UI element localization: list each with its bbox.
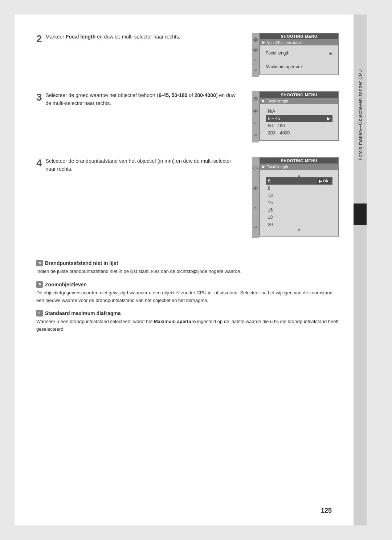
icon-menu-3: ☰ <box>253 97 258 101</box>
icon-menu: ☰ <box>253 37 258 42</box>
list-item-18: 18 <box>266 214 332 221</box>
icon-star: ⚙ <box>254 68 257 72</box>
step-4-screen: ☰ ◉ ✎ ⚙ SHOOTING MENU ▶ Focal length ▲ <box>252 157 339 238</box>
note-heading-2: Zoomobjectieven <box>45 282 87 287</box>
icon-star-3: ⚙ <box>254 133 257 137</box>
note-heading-3: Standaard maximum diafragma <box>45 310 121 316</box>
subheader-arrow-4: ▶ <box>262 164 265 169</box>
step-4-left: 4 Selecteer de brandpuntsafstand van het… <box>36 157 252 173</box>
note-title-3: 🔍 Standaard maximum diafragma <box>36 310 339 317</box>
item-arrow-focal: ▶ <box>330 51 332 55</box>
list-item-8: 8 <box>266 185 332 192</box>
subheader-arrow-3: ▶ <box>262 98 265 103</box>
page-container: 2 Markeer Focal length en duw de multi-s… <box>15 15 367 525</box>
step-3-left: 3 Selecteer de groep waartoe het objecti… <box>36 91 252 108</box>
list-label-50180: 50 – 180 <box>268 123 285 128</box>
notes-section: ✎ Brandpuntsafstand niet in lijst Indien… <box>36 260 339 333</box>
note-body-3: Wanneer u een brandpuntsafstand selectee… <box>36 318 339 333</box>
screen-wrapper-3: ☰ ◉ ✎ ⚙ SHOOTING MENU ▶ Focal length <box>252 91 339 142</box>
icon-pencil-3: ✎ <box>254 122 257 125</box>
note-body-2: De objectiefgegevens worden niet gewijzi… <box>36 289 339 305</box>
item-label-focal: Focal length <box>266 51 289 56</box>
note-body-1: Indien de juiste brandpuntsafstand niet … <box>36 268 339 275</box>
up-arrow: ▲ <box>266 173 332 177</box>
list-item-50180: 50 – 180 <box>266 122 332 129</box>
list-item-na: N/A <box>266 108 332 115</box>
icon-cam-3: ◉ <box>253 109 258 113</box>
camera-screen-2: SHOOTING MENU ▶ Non-CPU lens data Focal … <box>259 33 339 75</box>
camera-screen-4: SHOOTING MENU ▶ Focal length ▲ 6 ▶ OK 8 <box>259 157 339 237</box>
screen-wrapper-4: ☰ ◉ ✎ ⚙ SHOOTING MENU ▶ Focal length ▲ <box>252 157 339 238</box>
screen-icons-3: ☰ ◉ ✎ ⚙ <box>252 91 259 142</box>
page-number: 125 <box>321 507 332 515</box>
list-arrow-645: ▶ <box>327 116 330 121</box>
list-item-16: 16 <box>266 206 332 214</box>
step-3-text: Selecteer de groep waartoe het objectief… <box>46 91 241 108</box>
list-item-2004000: 200 – 4000 <box>266 129 332 137</box>
step-2-bold: Focal length <box>66 34 95 40</box>
step-2-text: Markeer Focal length en duw de multi-sel… <box>46 33 241 41</box>
screen-subheader-4: ▶ Focal length <box>260 164 338 170</box>
step-number-3: 3 <box>36 91 42 104</box>
screen-header-3: SHOOTING MENU <box>260 92 338 98</box>
note-title-1: ✎ Brandpuntsafstand niet in lijst <box>36 260 339 266</box>
item-label-aperture: Maximum aperture <box>266 64 302 69</box>
step-number-4: 4 <box>36 157 42 169</box>
screen-body-2: Focal length ▶ Maximum aperture <box>260 45 338 74</box>
note-title-2: ✎ Zoomobjectieven <box>36 281 339 288</box>
screen-item-aperture: Maximum aperture <box>266 63 332 71</box>
screen-wrapper-2: ☰ ◉ ✎ ⚙ SHOOTING MENU ▶ Non-CPU lens dat… <box>252 33 339 77</box>
list-item-15: 15 <box>266 199 332 206</box>
subheader-text-4: Focal length <box>266 165 288 169</box>
black-tab <box>354 203 367 225</box>
screen-icons-2: ☰ ◉ ✎ ⚙ <box>252 33 259 77</box>
sidebar-tab-text: Foto's maken—Objectieven zonder CPU <box>358 69 363 160</box>
step-4-text: Selecteer de brandpuntsafstand van het o… <box>46 157 241 173</box>
icon-pencil: ✎ <box>254 59 257 62</box>
screen-item-focal: Focal length ▶ <box>266 49 332 57</box>
main-content: 2 Markeer Focal length en duw de multi-s… <box>15 15 354 525</box>
step-2-screen: ☰ ◉ ✎ ⚙ SHOOTING MENU ▶ Non-CPU lens dat… <box>252 33 339 77</box>
step-3-bold1: 6-45, 50-180 <box>159 92 187 98</box>
icon-cam: ◉ <box>253 48 258 52</box>
step-3-screen: ☰ ◉ ✎ ⚙ SHOOTING MENU ▶ Focal length <box>252 91 339 142</box>
step-4: 4 Selecteer de brandpuntsafstand van het… <box>36 157 339 238</box>
note-icon-1: ✎ <box>36 260 43 266</box>
camera-screen-3: SHOOTING MENU ▶ Focal length N/A 6 – 45 <box>259 91 339 141</box>
step-number-2: 2 <box>36 33 42 45</box>
note-bold-3: Maximum aperture <box>154 319 196 324</box>
list-item-20: 20 <box>266 221 332 228</box>
step-3: 3 Selecteer de groep waartoe het objecti… <box>36 91 339 142</box>
subheader-text-3: Focal length <box>266 99 288 103</box>
icon-menu-4: ☰ <box>253 166 258 170</box>
note-heading-1: Brandpuntsafstand niet in lijst <box>45 260 118 266</box>
list-item-13: 13 <box>266 192 332 199</box>
list-item-6: 6 ▶ OK <box>266 177 332 185</box>
down-arrow: ▼ <box>266 228 332 232</box>
sidebar-tab: Foto's maken—Objectieven zonder CPU <box>354 15 367 525</box>
subheader-text-2: Non-CPU lens data <box>266 40 301 45</box>
screen-header-2: SHOOTING MENU <box>260 33 338 39</box>
list-label-2004000: 200 – 4000 <box>268 130 290 136</box>
note-icon-3: 🔍 <box>36 310 43 317</box>
screen-header-4: SHOOTING MENU <box>260 158 338 164</box>
screen-icons-4: ☰ ◉ ✎ ⚙ <box>252 157 259 238</box>
list-item-645: 6 – 45 ▶ <box>266 115 332 122</box>
value-6: 6 <box>268 178 270 184</box>
ok-badge: ▶ OK <box>317 179 330 184</box>
step-2-left: 2 Markeer Focal length en duw de multi-s… <box>36 33 252 45</box>
list-label-na: N/A <box>268 109 275 114</box>
icon-cam-4: ◉ <box>253 186 258 190</box>
step-3-bold2: 200-4000 <box>195 92 216 98</box>
icon-star-4: ⚙ <box>254 225 257 229</box>
step-2: 2 Markeer Focal length en duw de multi-s… <box>36 33 339 77</box>
subheader-arrow-2: ▶ <box>262 40 265 45</box>
icon-pencil-4: ✎ <box>254 206 257 210</box>
screen-subheader-3: ▶ Focal length <box>260 98 338 104</box>
screen-subheader-2: ▶ Non-CPU lens data <box>260 39 338 45</box>
screen-body-4: ▲ 6 ▶ OK 8 13 15 16 18 20 ▼ <box>260 170 338 236</box>
list-label-645: 6 – 45 <box>268 116 280 121</box>
note-icon-2: ✎ <box>36 281 43 288</box>
screen-body-3: N/A 6 – 45 ▶ 50 – 180 200 – 4000 <box>260 104 338 140</box>
